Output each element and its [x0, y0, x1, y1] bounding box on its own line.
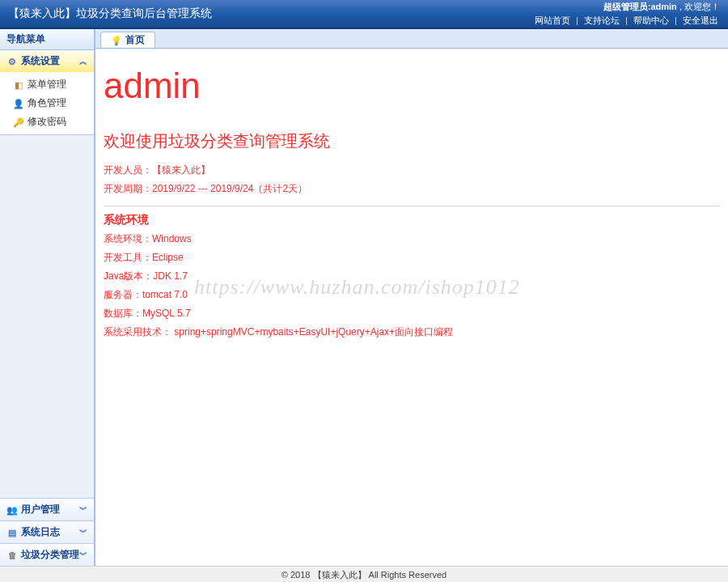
- sidebar-spacer: [0, 135, 94, 498]
- menu-item-change-password[interactable]: 🔑 修改密码: [0, 113, 94, 131]
- tree-icon: ◧: [13, 79, 24, 91]
- content-area: admin 欢迎使用垃圾分类查询管理系统 开发人员：【猿来入此】 开发周期：20…: [95, 49, 728, 566]
- divider: [104, 206, 720, 206]
- divider: |: [625, 15, 628, 25]
- env-db: 数据库：MySQL 5.7: [104, 307, 720, 321]
- link-site-home[interactable]: 网站首页: [535, 15, 570, 25]
- menu-item-role-mgmt[interactable]: 👤 角色管理: [0, 94, 94, 113]
- app-title: 【猿来入此】垃圾分类查询后台管理系统: [8, 6, 212, 21]
- chevron-down-icon: ︾: [79, 527, 87, 538]
- accordion-header-trash-mgmt[interactable]: 🗑 垃圾分类管理 ︾: [0, 544, 94, 566]
- bulb-icon: 💡: [111, 35, 122, 46]
- env-server: 服务器：tomcat 7.0: [104, 288, 720, 302]
- accordion-header-system-log[interactable]: ▤ 系统日志 ︾: [0, 521, 94, 543]
- app-header: 【猿来入此】垃圾分类查询后台管理系统 超级管理员:admin , 欢迎您！ 网站…: [0, 0, 728, 29]
- user-icon: 👥: [6, 504, 18, 516]
- welcome-msg: 欢迎使用垃圾分类查询管理系统: [104, 130, 720, 152]
- header-right: 超级管理员:admin , 欢迎您！ 网站首页 | 支持论坛 | 帮助中心 | …: [533, 1, 720, 27]
- page-heading: admin: [104, 66, 720, 106]
- tab-label: 首页: [125, 33, 145, 47]
- accordion-label: 垃圾分类管理: [21, 548, 79, 562]
- accordion-header-system-settings[interactable]: ⚙ 系统设置 ︽: [0, 50, 94, 72]
- sidebar-group-user-mgmt: 👥 用户管理 ︾: [0, 498, 94, 520]
- body: 导航菜单 ⚙ 系统设置 ︽ ◧ 菜单管理 👤 角色管理: [0, 29, 728, 566]
- sidebar: 导航菜单 ⚙ 系统设置 ︽ ◧ 菜单管理 👤 角色管理: [0, 29, 95, 566]
- dev-period: 开发周期：2019/9/22 --- 2019/9/24（共计2天）: [104, 182, 720, 196]
- sidebar-group-trash-mgmt: 🗑 垃圾分类管理 ︾: [0, 543, 94, 566]
- sidebar-group-system-log: ▤ 系统日志 ︾: [0, 520, 94, 543]
- menu-item-menu-mgmt[interactable]: ◧ 菜单管理: [0, 75, 94, 94]
- menu-label: 菜单管理: [28, 78, 66, 91]
- chevron-down-icon: ︾: [79, 504, 87, 516]
- env-java: Java版本：JDK 1.7: [104, 270, 720, 283]
- welcome-text: 超级管理员:admin , 欢迎您！: [533, 1, 720, 13]
- menu-label: 修改密码: [28, 115, 66, 129]
- accordion-body: ◧ 菜单管理 👤 角色管理 🔑 修改密码: [0, 72, 94, 134]
- menu-label: 角色管理: [28, 96, 66, 110]
- tabs-bar: 💡 首页: [95, 29, 728, 49]
- accordion-label: 用户管理: [21, 503, 60, 516]
- env-title: 系统环境: [104, 213, 720, 227]
- trash-icon: 🗑: [6, 550, 18, 561]
- link-logout[interactable]: 安全退出: [683, 15, 718, 25]
- key-icon: 🔑: [13, 117, 24, 128]
- chevron-up-icon: ︽: [79, 56, 87, 67]
- chevron-down-icon: ︾: [79, 550, 87, 561]
- link-help[interactable]: 帮助中心: [633, 15, 669, 25]
- header-links: 网站首页 | 支持论坛 | 帮助中心 | 安全退出: [533, 15, 720, 27]
- main-panel: 💡 首页 admin 欢迎使用垃圾分类查询管理系统 开发人员：【猿来入此】 开发…: [95, 29, 728, 566]
- tab-home[interactable]: 💡 首页: [100, 32, 155, 48]
- sidebar-group-system-settings: ⚙ 系统设置 ︽ ◧ 菜单管理 👤 角色管理 🔑 修改密码: [0, 50, 94, 135]
- link-forum[interactable]: 支持论坛: [584, 15, 620, 25]
- log-icon: ▤: [6, 527, 18, 538]
- sidebar-title: 导航菜单: [0, 29, 94, 50]
- env-tech: 系统采用技术： spring+springMVC+mybaits+EasyUI+…: [104, 325, 720, 339]
- role-icon: 👤: [13, 98, 24, 109]
- accordion-label: 系统设置: [21, 54, 60, 68]
- dev-team: 开发人员：【猿来入此】: [104, 164, 720, 177]
- divider: |: [675, 15, 677, 25]
- accordion-label: 系统日志: [21, 525, 60, 539]
- env-os: 系统环境：Windows: [104, 232, 720, 246]
- env-tool: 开发工具：Eclipse: [104, 251, 720, 265]
- accordion-header-user-mgmt[interactable]: 👥 用户管理 ︾: [0, 499, 94, 520]
- gear-icon: ⚙: [6, 56, 18, 67]
- divider: |: [576, 15, 578, 25]
- footer: © 2018 【猿来入此】 All Rights Reserved: [0, 566, 728, 582]
